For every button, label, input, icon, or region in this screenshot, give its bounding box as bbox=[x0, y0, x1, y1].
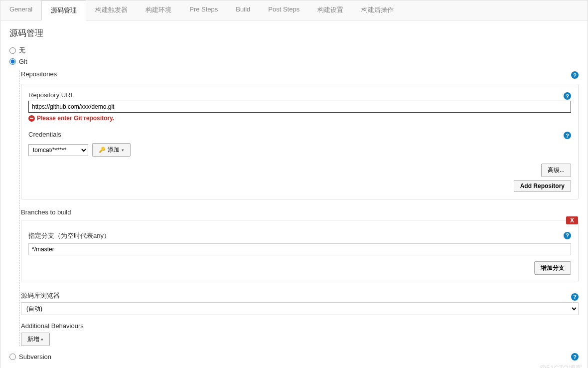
tab-general[interactable]: General bbox=[0, 0, 41, 20]
additional-behaviours-label: Additional Behaviours bbox=[21, 322, 579, 330]
tab-build-settings[interactable]: 构建设置 bbox=[308, 0, 352, 20]
help-icon[interactable] bbox=[571, 353, 579, 361]
repositories-label: Repositories bbox=[21, 70, 57, 78]
add-repository-button[interactable]: Add Repository bbox=[514, 180, 571, 192]
branch-spec-input[interactable] bbox=[28, 243, 571, 255]
tab-post-steps[interactable]: Post Steps bbox=[259, 0, 308, 20]
add-credentials-button[interactable]: 🔑 添加 bbox=[92, 143, 131, 157]
error-icon bbox=[28, 115, 35, 122]
credentials-label: Credentials bbox=[28, 131, 61, 138]
advanced-button[interactable]: 高级... bbox=[541, 164, 571, 177]
help-icon[interactable] bbox=[564, 132, 571, 139]
repo-browser-label: 源码库浏览器 bbox=[21, 291, 60, 300]
repo-url-input[interactable] bbox=[28, 101, 571, 113]
branch-spec-label: 指定分支（为空时代表any） bbox=[28, 231, 110, 240]
delete-branch-button[interactable]: X bbox=[566, 216, 578, 224]
tab-build-env[interactable]: 构建环境 bbox=[137, 0, 180, 20]
section-title: 源码管理 bbox=[9, 27, 579, 39]
radio-git[interactable] bbox=[9, 58, 16, 65]
repo-url-label: Repository URL bbox=[28, 91, 74, 99]
key-icon: 🔑 bbox=[99, 147, 106, 153]
branches-label: Branches to build bbox=[21, 208, 579, 216]
watermark: @51CTO博客 bbox=[539, 364, 583, 368]
repo-browser-select[interactable]: (自动) bbox=[21, 302, 579, 315]
help-icon[interactable] bbox=[564, 92, 571, 100]
radio-subversion-label: Subversion bbox=[19, 353, 51, 361]
tab-triggers[interactable]: 构建触发器 bbox=[86, 0, 137, 20]
tab-scm[interactable]: 源码管理 bbox=[41, 0, 86, 20]
tab-pre-steps[interactable]: Pre Steps bbox=[180, 0, 227, 20]
radio-git-label: Git bbox=[19, 58, 27, 65]
repo-url-error: Please enter Git repository. bbox=[37, 115, 114, 122]
help-icon[interactable] bbox=[564, 232, 571, 239]
tab-post-build[interactable]: 构建后操作 bbox=[352, 0, 403, 20]
help-icon[interactable] bbox=[571, 293, 579, 301]
add-branch-button[interactable]: 增加分支 bbox=[534, 261, 571, 275]
help-icon[interactable] bbox=[571, 71, 579, 79]
credentials-select[interactable]: tomcat/****** bbox=[28, 144, 88, 156]
radio-none-label: 无 bbox=[19, 46, 25, 55]
radio-none[interactable] bbox=[9, 47, 16, 54]
config-tabs: General 源码管理 构建触发器 构建环境 Pre Steps Build … bbox=[0, 0, 588, 20]
add-behaviour-button[interactable]: 新增 bbox=[21, 333, 50, 346]
tab-build[interactable]: Build bbox=[227, 0, 259, 20]
radio-subversion[interactable] bbox=[9, 354, 16, 360]
